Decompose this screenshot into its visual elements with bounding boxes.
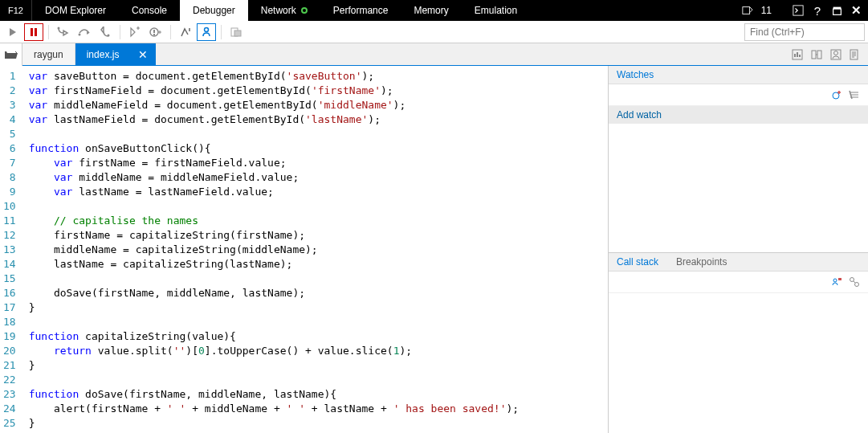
line-number[interactable]: 21 [3, 358, 16, 373]
unpin-icon[interactable] [828, 2, 846, 19]
pick-element-button[interactable] [846, 45, 865, 64]
top-tab-dom-explorer[interactable]: DOM Explorer [32, 0, 119, 21]
code-line[interactable]: var middleNameField = document.getElemen… [22, 98, 608, 112]
file-tab-active[interactable]: index.js ✕ [75, 43, 157, 65]
line-number[interactable]: 2 [3, 84, 16, 98]
error-count: 11 [758, 5, 775, 16]
line-number[interactable]: 1 [3, 69, 16, 84]
line-number[interactable]: 9 [3, 185, 16, 199]
word-wrap-button[interactable] [197, 23, 216, 41]
line-number[interactable]: 7 [3, 156, 16, 170]
code-line[interactable] [22, 127, 608, 141]
line-number[interactable]: 4 [3, 112, 16, 127]
line-number[interactable]: 15 [3, 272, 16, 286]
line-number[interactable]: 6 [3, 141, 16, 156]
top-tab-memory[interactable]: Memory [401, 0, 461, 21]
code-line[interactable] [22, 272, 608, 286]
code-editor[interactable]: 1234567891011121314151617181920212223242… [0, 66, 608, 433]
svg-rect-0 [743, 7, 750, 14]
break-new-worker-button[interactable] [125, 23, 145, 41]
my-code-button[interactable] [826, 45, 846, 64]
code-line[interactable]: } [22, 300, 608, 315]
code-line[interactable]: var firstNameField = document.getElement… [22, 84, 608, 98]
svg-point-8 [108, 34, 110, 36]
compare-button[interactable] [807, 45, 826, 64]
callstack-tab[interactable]: Call stack [617, 256, 658, 268]
code-line[interactable]: doSave(firstName, middleName, lastName); [22, 286, 608, 300]
svg-rect-14 [234, 31, 241, 36]
line-number[interactable]: 14 [3, 257, 16, 272]
code-line[interactable]: // capitalise the names [22, 214, 608, 228]
break-button[interactable] [24, 23, 43, 41]
top-tab-network[interactable]: Network [248, 0, 320, 21]
top-tab-console[interactable]: Console [119, 0, 180, 21]
code-line[interactable]: var middleName = middleNameField.value; [22, 170, 608, 185]
line-number[interactable]: 10 [3, 199, 16, 214]
code-line[interactable]: return value.split('')[0].toUpperCase() … [22, 344, 608, 358]
line-number[interactable]: 23 [3, 387, 16, 402]
code-line[interactable] [22, 373, 608, 387]
code-line[interactable]: function doSave(firstName, middleName, l… [22, 387, 608, 402]
close-icon[interactable]: ✕ [847, 2, 865, 19]
toggle-source-map-button[interactable] [788, 45, 807, 64]
exception-behavior-button[interactable] [146, 23, 165, 41]
code-line[interactable] [22, 199, 608, 214]
line-number[interactable]: 8 [3, 170, 16, 185]
code-line[interactable]: function capitalizeString(value){ [22, 329, 608, 344]
line-number[interactable]: 17 [3, 300, 16, 315]
show-library-frames-icon[interactable] [829, 275, 844, 289]
delete-all-icon[interactable] [847, 88, 862, 102]
code-line[interactable]: } [22, 358, 608, 373]
svg-rect-16 [812, 51, 816, 59]
add-watch-link[interactable]: Add watch [609, 106, 868, 124]
watches-tab[interactable]: Watches [617, 69, 654, 80]
async-frames-icon[interactable] [847, 275, 862, 289]
step-into-button[interactable] [54, 23, 73, 41]
code-line[interactable]: firstName = capitalizeString(firstName); [22, 228, 608, 243]
line-number[interactable]: 20 [3, 344, 16, 358]
step-out-button[interactable] [96, 23, 115, 41]
just-my-code-button[interactable] [226, 23, 246, 41]
top-tab-emulation[interactable]: Emulation [462, 0, 530, 21]
changes-icon[interactable] [739, 2, 756, 19]
help-icon[interactable]: ? [809, 2, 826, 19]
code-line[interactable] [22, 315, 608, 329]
code-line[interactable]: lastName = capitalizeString(lastName); [22, 257, 608, 272]
code-line[interactable]: function onSaveButtonClick(){ [22, 141, 608, 156]
line-number[interactable]: 22 [3, 373, 16, 387]
open-document-button[interactable] [0, 43, 22, 66]
add-watch-icon[interactable] [829, 88, 844, 102]
code-line[interactable]: middleName = capitalizeString(middleName… [22, 243, 608, 257]
code-content[interactable]: var saveButton = document.getElementById… [22, 66, 608, 433]
code-line[interactable]: var firstName = firstNameField.value; [22, 156, 608, 170]
code-line[interactable]: alert(firstName + ' ' + middleName + ' '… [22, 402, 608, 416]
line-number[interactable]: 13 [3, 243, 16, 257]
console-toggle-icon[interactable] [789, 2, 807, 19]
close-tab-icon[interactable]: ✕ [138, 48, 148, 61]
top-tab-debugger[interactable]: Debugger [180, 0, 248, 21]
line-number[interactable]: 25 [3, 416, 16, 431]
step-over-button[interactable] [75, 23, 94, 41]
breadcrumb-folder[interactable]: raygun [22, 43, 75, 65]
top-tab-performance[interactable]: Performance [320, 0, 401, 21]
breakpoints-tab[interactable]: Breakpoints [676, 256, 727, 268]
svg-point-21 [833, 92, 839, 99]
record-indicator-icon [301, 7, 308, 14]
code-line[interactable]: var saveButton = document.getElementById… [22, 69, 608, 84]
line-number[interactable]: 16 [3, 286, 16, 300]
code-line[interactable]: var lastName = lastNameField.value; [22, 185, 608, 199]
line-number[interactable]: 3 [3, 98, 16, 112]
file-tab-bar: raygun index.js ✕ [0, 43, 868, 66]
pretty-print-button[interactable] [176, 23, 195, 41]
code-line[interactable]: } [22, 416, 608, 431]
find-input[interactable] [744, 23, 865, 41]
line-number[interactable]: 18 [3, 315, 16, 329]
line-number[interactable]: 11 [3, 214, 16, 228]
svg-rect-11 [153, 34, 155, 35]
continue-button[interactable] [3, 23, 22, 41]
line-number[interactable]: 5 [3, 127, 16, 141]
line-number[interactable]: 24 [3, 402, 16, 416]
code-line[interactable]: var lastNameField = document.getElementB… [22, 112, 608, 127]
line-number[interactable]: 19 [3, 329, 16, 344]
line-number[interactable]: 12 [3, 228, 16, 243]
